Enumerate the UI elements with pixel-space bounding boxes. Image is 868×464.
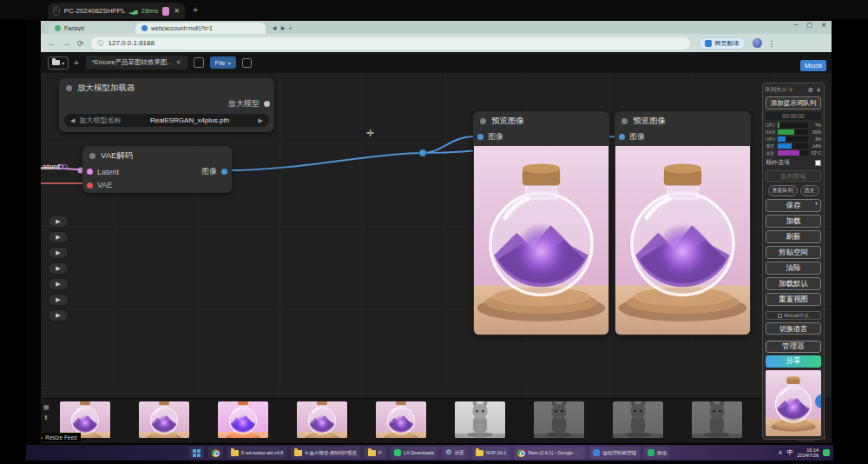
feed-thumb[interactable]	[692, 401, 742, 438]
site-info-icon[interactable]: ⓘ	[98, 39, 104, 48]
node-collapse-dot[interactable]	[89, 153, 95, 159]
browser-menu-icon[interactable]: ⋮	[768, 39, 776, 48]
taskbar-chrome[interactable]	[208, 447, 223, 459]
taskbar-wechat[interactable]: 微信	[644, 447, 670, 459]
extra-options-checkbox[interactable]	[815, 160, 821, 166]
file-menu-button[interactable]: File ▾	[210, 56, 236, 69]
latent-input-dot[interactable]	[87, 169, 93, 175]
node-titlebar[interactable]: 预览图像	[473, 111, 609, 129]
feed-thumb[interactable]	[455, 401, 505, 438]
image-input-dot[interactable]	[477, 134, 483, 140]
clear-button[interactable]: 清除	[766, 262, 821, 275]
collapsed-node[interactable]: ▶	[48, 309, 69, 321]
taskbar-settings[interactable]: ⚙设置	[442, 447, 467, 459]
clipspace-button[interactable]: 剪贴空间	[766, 246, 821, 259]
preview-image-node-2[interactable]: 预览图像 图像	[615, 111, 751, 335]
feed-thumb[interactable]	[218, 401, 268, 438]
next-value-icon[interactable]: ▶	[259, 117, 263, 124]
tab-nav-arrows[interactable]: ◄ ► +	[271, 24, 293, 34]
image-output-dot[interactable]	[221, 169, 227, 175]
close-icon[interactable]: ✕	[816, 87, 821, 94]
back-icon[interactable]: ←	[48, 39, 56, 48]
tray-expand-icon[interactable]: ∧	[778, 449, 782, 456]
refresh-button[interactable]: 刷新	[766, 230, 821, 243]
vae-input-dot[interactable]	[87, 182, 93, 189]
collapsed-node[interactable]: ▶	[48, 215, 69, 228]
taskbar-item[interactable]: b-放大模型-图转绘F预览	[291, 447, 360, 459]
forward-icon[interactable]: →	[62, 39, 70, 48]
feed-thumb[interactable]	[297, 401, 347, 438]
image-input-dot[interactable]	[619, 134, 625, 140]
save-workflow-icon[interactable]	[194, 57, 204, 68]
queue-front-button[interactable]: 队列前端	[766, 170, 821, 182]
taskbar-item[interactable]: NVP-24.1	[472, 447, 510, 459]
window-maximize-icon[interactable]: ▢	[807, 22, 813, 29]
ime-indicator[interactable]: 中	[787, 448, 793, 457]
manager-button[interactable]: 管理器	[766, 341, 821, 353]
session-quality-icon[interactable]	[162, 7, 169, 16]
profile-avatar[interactable]	[753, 38, 762, 48]
taskbar-remote-app[interactable]: 远程控制被控端	[589, 447, 640, 459]
collapsed-node[interactable]: ▶	[48, 231, 69, 243]
mochi-button[interactable]: Mochi	[800, 60, 826, 71]
load-button[interactable]: 加载	[766, 215, 821, 228]
load-default-button[interactable]: 加载默认	[766, 277, 821, 290]
node-titlebar[interactable]: 放大模型加载器	[59, 78, 274, 96]
layout-grid-icon[interactable]	[242, 58, 252, 68]
preview-image-node-1[interactable]: 预览图像 图像	[473, 111, 609, 335]
taskbar-item[interactable]: LX Downloads	[391, 447, 437, 459]
node-titlebar[interactable]: 预览图像	[615, 111, 751, 129]
gear-icon[interactable]: ⚙	[808, 87, 813, 94]
workflow-tab[interactable]: *Encore产品草图转效果图.. ✕	[86, 56, 187, 70]
taskbar-item[interactable]: F-sd-webui-aki-v4.8	[227, 447, 286, 459]
taskbar-item[interactable]: F:	[365, 447, 386, 459]
feed-up-icon[interactable]: ⬆	[43, 414, 49, 421]
vae-decode-node[interactable]: VAE解码 Latent 图像 VAE	[82, 146, 232, 193]
feed-grid-icon[interactable]: ▦	[43, 404, 49, 411]
node-titlebar[interactable]: VAE解码	[82, 146, 232, 164]
extension-button[interactable]: 网页翻译	[699, 37, 746, 50]
upscale-model-loader-node[interactable]: 放大模型加载器 放大模型 ◀ 放大模型名称 RealESRGAN_x4plus.…	[59, 78, 274, 132]
node-collapse-dot[interactable]	[66, 85, 72, 91]
browser-tab-2-active[interactable]: web(account=null)?t=1	[135, 23, 266, 34]
new-workflow-button[interactable]: +	[74, 58, 79, 68]
taskbar-clock[interactable]: 16:14 2024/7/26	[798, 447, 819, 458]
prev-value-icon[interactable]: ◀	[70, 117, 75, 124]
mixlab-nodes-button[interactable]: MixLab节点	[766, 311, 821, 320]
window-minimize-icon[interactable]: ─	[794, 22, 799, 29]
reset-view-button[interactable]: 重置视图	[766, 293, 821, 306]
address-bar[interactable]: ⓘ 127.0.0.1:8188	[91, 37, 690, 50]
share-button[interactable]: 分享	[766, 355, 821, 368]
node-canvas[interactable]: Latent ▶ ▶ ▶ ▶ ▶ ▶ ▶ 放大模型加载	[41, 73, 832, 398]
collapsed-latent-node[interactable]: Latent	[41, 162, 68, 171]
model-name-widget[interactable]: ◀ 放大模型名称 RealESRGAN_x4plus.pth ▶	[64, 114, 269, 127]
menu-header[interactable]: 队列大小: 0 ⚙ ✕	[766, 86, 821, 94]
browser-tab-1[interactable]: Fansyd	[49, 23, 135, 34]
feed-thumb[interactable]	[139, 401, 189, 438]
save-dropdown-icon[interactable]: ▼	[814, 201, 819, 206]
latest-output-thumbnail[interactable]	[766, 370, 821, 436]
notification-icon[interactable]	[823, 449, 830, 456]
collapsed-node[interactable]: ▶	[48, 262, 69, 275]
feed-thumb[interactable]	[534, 401, 584, 438]
taskbar-chrome-window[interactable]: Ram (2.6.1) - Google Chr...	[514, 447, 585, 459]
remote-session-tab[interactable]: PC-2024062SHFPL ▂▄▆ 28ms ✕	[48, 3, 185, 19]
node-collapse-dot[interactable]	[480, 118, 486, 124]
feed-thumb[interactable]	[613, 401, 663, 438]
latent-slot-dot[interactable]	[62, 164, 68, 169]
collapsed-node[interactable]: ▶	[48, 247, 69, 259]
view-history-button[interactable]: 历史	[800, 185, 819, 196]
window-close-icon[interactable]: ✕	[821, 22, 826, 29]
save-button[interactable]: 保存 ▼	[766, 199, 821, 212]
collapsed-node[interactable]: ▶	[48, 294, 69, 306]
workflow-tab-close-icon[interactable]: ✕	[176, 59, 181, 66]
node-collapse-dot[interactable]	[621, 118, 628, 124]
workflows-folder-button[interactable]: ▾	[48, 56, 69, 70]
queue-prompt-button[interactable]: 添加提示词队列	[766, 96, 821, 109]
start-button[interactable]	[189, 447, 204, 459]
switch-language-button[interactable]: 切换语言	[766, 322, 821, 335]
reload-icon[interactable]: ⟳	[77, 39, 84, 48]
upscale-model-output-dot[interactable]	[264, 101, 270, 107]
collapsed-node[interactable]: ▶	[48, 278, 69, 290]
feed-thumb[interactable]	[376, 401, 426, 438]
